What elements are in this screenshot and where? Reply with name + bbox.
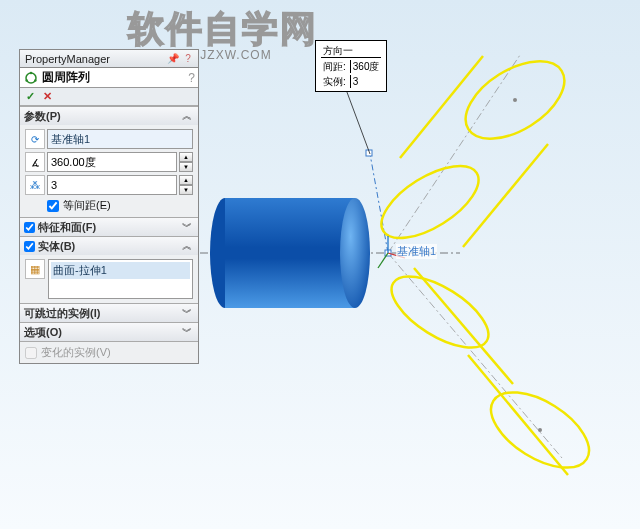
section-header-bodies[interactable]: 实体(B) ︽: [20, 237, 198, 255]
section-header-parameters[interactable]: 参数(P) ︽: [20, 107, 198, 125]
bodies-enable-checkbox[interactable]: [24, 241, 35, 252]
varied-instances-row: 变化的实例(V): [20, 341, 198, 363]
list-item[interactable]: 曲面-拉伸1: [51, 262, 190, 279]
section-parameters: 参数(P) ︽ ⟳ 基准轴1 ∡ 360.00度 ▲ ▼ ⁂: [20, 106, 198, 217]
angle-spin-down[interactable]: ▼: [179, 162, 193, 172]
features-enable-checkbox[interactable]: [24, 222, 35, 233]
help-icon[interactable]: ?: [181, 52, 195, 66]
count-spin-down[interactable]: ▼: [179, 185, 193, 195]
svg-line-13: [463, 144, 548, 247]
svg-line-2: [388, 253, 562, 458]
feature-title: 圆周阵列: [42, 69, 188, 86]
svg-point-25: [34, 79, 37, 82]
svg-point-14: [513, 98, 517, 102]
reverse-direction-icon[interactable]: ⟳: [25, 129, 45, 149]
viewport: 软件自学网 WWW.RJZXW.COM: [0, 0, 640, 529]
section-title: 可跳过的实例(I): [24, 306, 180, 321]
section-options: 选项(O) ︾: [20, 322, 198, 341]
bodies-listbox[interactable]: 曲面-拉伸1: [48, 259, 193, 299]
svg-line-12: [400, 56, 483, 158]
angle-icon[interactable]: ∡: [25, 152, 45, 172]
svg-line-21: [378, 253, 388, 268]
pattern-callout[interactable]: 方向一 间距: 360度 实例: 3: [315, 40, 387, 92]
angle-field[interactable]: 360.00度: [47, 152, 177, 172]
body-icon[interactable]: ▦: [25, 259, 45, 279]
section-bodies: 实体(B) ︽ ▦ 曲面-拉伸1: [20, 236, 198, 303]
section-features-faces: 特征和面(F) ︾: [20, 217, 198, 236]
axis-label[interactable]: 基准轴1: [396, 244, 437, 259]
callout-row-value[interactable]: 3: [350, 75, 382, 88]
count-field[interactable]: 3: [47, 175, 177, 195]
svg-line-1: [388, 55, 520, 253]
instance-count-icon[interactable]: ⁂: [25, 175, 45, 195]
source-body-cylinder[interactable]: [210, 198, 370, 308]
feature-help-icon[interactable]: ?: [188, 71, 195, 85]
confirm-bar: ✓ ✕: [20, 88, 198, 106]
pm-title: PropertyManager: [23, 53, 165, 65]
pattern-preview-2: [381, 263, 602, 483]
count-spin-up[interactable]: ▲: [179, 175, 193, 185]
callout-row-label: 间距:: [321, 60, 348, 73]
callout-heading: 方向一: [321, 44, 381, 58]
svg-line-3: [370, 154, 388, 253]
section-header-features[interactable]: 特征和面(F) ︾: [20, 218, 198, 236]
section-title: 特征和面(F): [38, 220, 180, 235]
section-title: 参数(P): [24, 109, 180, 124]
pin-icon[interactable]: 📌: [166, 52, 180, 66]
svg-line-17: [414, 268, 513, 384]
pm-title-bar: PropertyManager 📌 ?: [20, 50, 198, 68]
svg-point-19: [538, 428, 542, 432]
section-title: 选项(O): [24, 325, 180, 340]
feature-header: 圆周阵列 ?: [20, 68, 198, 88]
section-skippable: 可跳过的实例(I) ︾: [20, 303, 198, 322]
svg-point-9: [340, 198, 370, 308]
svg-point-24: [30, 71, 33, 74]
svg-rect-8: [225, 198, 355, 308]
axis-field[interactable]: 基准轴1: [47, 129, 193, 149]
svg-point-26: [25, 79, 28, 82]
chevron-up-icon: ︽: [180, 109, 194, 123]
section-title: 实体(B): [38, 239, 180, 254]
ok-button[interactable]: ✓: [23, 90, 37, 104]
cancel-button[interactable]: ✕: [40, 90, 54, 104]
chevron-up-icon: ︽: [180, 239, 194, 253]
equal-spacing-checkbox[interactable]: [47, 200, 59, 212]
section-header-options[interactable]: 选项(O) ︾: [20, 323, 198, 341]
varied-instances-checkbox: [25, 347, 37, 359]
callout-row-value[interactable]: 360度: [350, 60, 382, 73]
property-manager-panel: PropertyManager 📌 ? 圆周阵列 ? ✓ ✕ 参数(P) ︽ ⟳: [19, 49, 199, 364]
chevron-down-icon: ︾: [180, 220, 194, 234]
equal-spacing-label: 等间距(E): [63, 198, 111, 213]
chevron-down-icon: ︾: [180, 306, 194, 320]
chevron-down-icon: ︾: [180, 325, 194, 339]
circular-pattern-icon: [23, 70, 39, 86]
angle-spin-up[interactable]: ▲: [179, 152, 193, 162]
varied-instances-label: 变化的实例(V): [41, 345, 111, 360]
svg-line-18: [468, 355, 568, 475]
section-header-skippable[interactable]: 可跳过的实例(I) ︾: [20, 304, 198, 322]
pattern-preview-1: [370, 45, 577, 252]
callout-row-label: 实例:: [321, 75, 348, 88]
